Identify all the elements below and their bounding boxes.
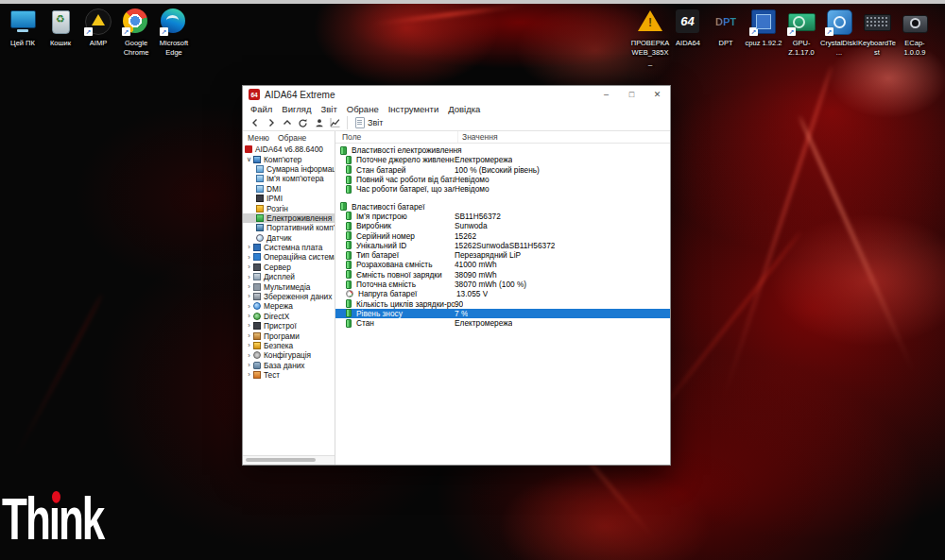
menu-item[interactable]: Звіт — [317, 104, 342, 114]
chevron-right-icon[interactable]: › — [245, 352, 253, 360]
table-row[interactable]: ВиробникSunwoda — [335, 221, 670, 230]
maximize-button[interactable]: □ — [619, 86, 644, 103]
tree-item[interactable]: ›Мережа — [243, 301, 335, 311]
tree-item[interactable]: ›Сервер — [243, 263, 335, 272]
computer-name-icon — [256, 175, 264, 182]
menu-item[interactable]: Довідка — [443, 104, 485, 114]
table-row[interactable]: Стан батарей100 % (Високий рівень) — [335, 165, 670, 175]
back-button[interactable] — [247, 116, 263, 130]
tree-item[interactable]: Ім’я комп’ютера — [243, 174, 335, 183]
tree-item[interactable]: ›Тест — [243, 370, 335, 380]
minimize-button[interactable]: – — [593, 86, 619, 103]
desktop-icon[interactable]: KeyboardTest — [858, 8, 896, 66]
chevron-right-icon[interactable]: › — [245, 263, 253, 271]
chevron-down-icon[interactable]: ∨ — [245, 156, 253, 163]
menu-item[interactable]: Файл — [246, 104, 277, 114]
desktop-icon[interactable]: Цей ПК — [4, 8, 42, 58]
chevron-right-icon[interactable]: › — [245, 244, 253, 251]
tree-item[interactable]: DMI — [243, 184, 335, 194]
desktop-icon[interactable]: ECap-1.0.0.9 — [896, 8, 934, 66]
chevron-right-icon[interactable]: › — [245, 274, 253, 281]
menu-item[interactable]: Вигляд — [277, 104, 316, 114]
chevron-right-icon[interactable]: › — [245, 313, 253, 320]
tab-menu[interactable]: Меню — [248, 133, 269, 143]
table-row[interactable]: Поточне джерело живленняЕлектромережа — [335, 155, 670, 164]
desktop-icon[interactable]: ↗cpuz 1.92.2 — [745, 8, 782, 66]
titlebar[interactable]: 64 AIDA64 Extreme – □ ✕ — [243, 86, 670, 103]
refresh-button[interactable] — [295, 116, 311, 130]
tree-item[interactable]: Електроживлення — [243, 213, 335, 223]
table-row[interactable]: Напруга батареї13.055 V — [335, 289, 670, 298]
chart-button[interactable] — [327, 116, 343, 130]
table-row[interactable]: Поточна ємність38070 mWh (100 %) — [335, 280, 670, 289]
table-row[interactable]: СтанЕлектромережа — [335, 318, 670, 328]
tree-item[interactable]: Сумарна інформація — [243, 164, 335, 174]
tree-item[interactable]: AIDA64 v6.88.6400 — [243, 144, 335, 154]
scrollbar-thumb[interactable] — [246, 458, 316, 462]
tree-item[interactable]: ›Операційна система — [243, 252, 335, 262]
desktop-icon[interactable]: ↗Microsoft Edge — [155, 8, 193, 58]
report-button[interactable]: Звіт — [352, 117, 387, 128]
table-row[interactable]: Серійний номер15262 — [335, 230, 670, 240]
table-row[interactable]: Тип батареїПерезарядний LiP — [335, 250, 670, 260]
section-header-row[interactable]: Властивості батареї — [335, 201, 670, 211]
table-row[interactable]: Ім’я пристроюSB11H56372 — [335, 212, 670, 221]
table-row[interactable]: Рівень зносу7 % — [335, 309, 670, 318]
menu-item[interactable]: Інструменти — [384, 104, 444, 114]
desktop-icon[interactable]: ↗GPU-Z.1.17.0 — [782, 8, 820, 66]
tree-item[interactable]: Датчик — [243, 233, 335, 243]
forward-button[interactable] — [263, 116, 279, 130]
menu-item[interactable]: Обране — [342, 104, 384, 114]
section-header-label: Властивості електроживлення — [352, 145, 670, 155]
section-header-row[interactable]: Властивості електроживлення — [335, 145, 670, 155]
tree-item[interactable]: ›Дисплей — [243, 272, 335, 281]
field-value: 38070 mWh (100 %) — [455, 280, 526, 289]
chevron-right-icon[interactable]: › — [245, 322, 253, 330]
chevron-right-icon[interactable]: › — [245, 332, 253, 340]
tree-item[interactable]: IPMI — [243, 194, 335, 203]
tree-item[interactable]: ›DirectX — [243, 312, 335, 321]
tree-item[interactable]: Портативний комп’ютер — [243, 223, 335, 232]
chevron-right-icon[interactable]: › — [245, 293, 253, 300]
tree-item[interactable]: ›Мультимедіа — [243, 281, 335, 291]
up-button[interactable] — [279, 116, 295, 130]
tree-item[interactable]: ›База даних — [243, 361, 335, 370]
chevron-right-icon[interactable]: › — [245, 371, 253, 379]
field-value: 100 % (Високий рівень) — [455, 165, 540, 175]
horizontal-scrollbar[interactable] — [243, 455, 335, 465]
chevron-right-icon[interactable]: › — [245, 362, 253, 369]
field-value: 15262 — [455, 231, 476, 241]
desktop-icon[interactable]: AIDA64 — [669, 8, 707, 66]
desktop-icon[interactable]: Кошик — [42, 8, 79, 58]
table-row[interactable]: Ємність повної зарядки38090 mWh — [335, 270, 670, 280]
table-row[interactable]: Кількість циклів зарядки-розря...90 — [335, 298, 670, 308]
tree-item[interactable]: ∨Комп’ютер — [243, 154, 335, 163]
desktop-icon[interactable]: ПРОВЕРКА WEB_385X_ — [631, 8, 669, 66]
desktop-icon[interactable]: ↗AIMP — [79, 8, 117, 58]
chevron-right-icon[interactable]: › — [245, 283, 253, 291]
tree-item[interactable]: ›Програми — [243, 331, 335, 340]
field-name: Тип батареї — [356, 250, 455, 260]
table-row[interactable]: Унікальний ID15262SunwodaSB11H56372 — [335, 241, 670, 250]
tree-item[interactable]: ›Пристрої — [243, 321, 335, 331]
user-button[interactable] — [311, 116, 327, 130]
desktop-icon[interactable]: DPT — [707, 8, 745, 66]
table-row[interactable]: Час роботи батареї, що залиш...Невідомо — [335, 184, 670, 194]
chevron-right-icon[interactable]: › — [245, 303, 253, 311]
table-row[interactable]: Повний час роботи від батареїНевідомо — [335, 175, 670, 184]
tree-item[interactable]: ›Безпека — [243, 341, 335, 350]
tab-favorites[interactable]: Обране — [278, 133, 306, 143]
table-row[interactable]: Розрахована ємність41000 mWh — [335, 260, 670, 269]
tree-item[interactable]: ›Збереження даних — [243, 292, 335, 301]
tree-item[interactable]: ›Конфігурація — [243, 350, 335, 360]
desktop-icon[interactable]: ↗Google Chrome — [117, 8, 155, 58]
tree-item[interactable]: Розгін — [243, 203, 335, 212]
column-header-field[interactable]: Поле — [335, 131, 458, 143]
close-button[interactable]: ✕ — [644, 86, 670, 103]
chevron-right-icon[interactable]: › — [245, 254, 253, 262]
desktop-icon[interactable]: ↗CrystalDiskI... — [820, 8, 858, 66]
chevron-right-icon[interactable]: › — [245, 342, 253, 349]
column-header-value[interactable]: Значення — [458, 132, 498, 142]
benchmark-icon — [253, 371, 261, 379]
tree-item[interactable]: ›Системна плата — [243, 243, 335, 252]
